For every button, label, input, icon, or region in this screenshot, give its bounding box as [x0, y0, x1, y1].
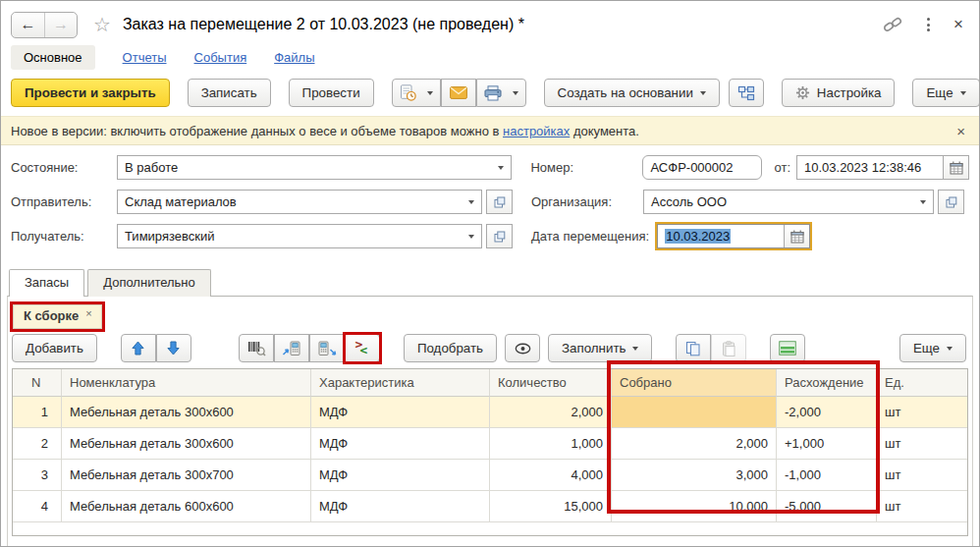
caret-down-icon [498, 166, 504, 170]
related-documents-button[interactable] [729, 79, 764, 107]
move-date-field[interactable]: 10.03.2023 [657, 224, 810, 248]
header-characteristic[interactable]: Характеристика [311, 369, 490, 397]
cell-collected[interactable]: 10,000 [612, 491, 777, 522]
post-and-close-button[interactable]: Провести и закрыть [11, 79, 170, 107]
cell-unit[interactable]: шт [877, 428, 967, 460]
banner-settings-link[interactable]: настройках [503, 124, 570, 138]
tab-files[interactable]: Файлы [274, 50, 314, 65]
sender-dropdown-button[interactable] [461, 191, 481, 213]
cell-characteristic[interactable]: МДФ [311, 428, 490, 460]
cell-characteristic[interactable]: МДФ [311, 460, 490, 491]
cell-unit[interactable]: шт [877, 460, 967, 491]
terminal-upload-button[interactable] [274, 334, 309, 362]
post-document-menu-button[interactable] [392, 79, 441, 107]
fill-button[interactable]: Заполнить [548, 334, 652, 362]
barcode-search-button[interactable] [239, 334, 274, 362]
sender-open-button[interactable] [486, 190, 513, 214]
tab-events[interactable]: События [194, 50, 247, 65]
cell-n[interactable]: 2 [13, 428, 62, 460]
cell-collected[interactable]: 3,000 [612, 460, 777, 491]
state-field[interactable]: В работе [117, 155, 512, 180]
move-row-up-button[interactable] [121, 334, 156, 362]
cell-quantity[interactable]: 4,000 [490, 460, 612, 491]
header-quantity[interactable]: Количество [490, 369, 612, 397]
cell-difference[interactable]: +1,000 [777, 428, 877, 460]
organization-field[interactable]: Ассоль ООО [643, 190, 934, 214]
sender-field[interactable]: Склад материалов [117, 190, 482, 214]
cell-unit[interactable]: шт [877, 397, 967, 428]
cell-quantity[interactable]: 15,000 [490, 491, 612, 522]
structure-icon [737, 85, 755, 101]
print-menu-button[interactable] [476, 79, 526, 107]
compare-collected-button[interactable]: >< [345, 334, 380, 362]
tab-additional[interactable]: Дополнительно [87, 269, 211, 297]
organization-dropdown-button[interactable] [912, 191, 933, 213]
post-button[interactable]: Провести [289, 79, 374, 107]
view-button[interactable] [505, 334, 540, 362]
caret-down-icon [468, 235, 474, 239]
cell-difference[interactable]: -5,000 [777, 491, 877, 522]
cell-n[interactable]: 3 [13, 460, 62, 491]
receiver-dropdown-button[interactable] [461, 225, 481, 247]
document-date-field[interactable]: 10.03.2023 12:38:46 [796, 155, 969, 180]
header-nomenclature[interactable]: Номенклатура [62, 369, 311, 397]
filter-chip-close-icon[interactable]: × [85, 307, 91, 319]
more-menu-icon[interactable] [927, 18, 930, 31]
receiver-field[interactable]: Тимирязевский [117, 224, 482, 248]
cell-difference[interactable]: -1,000 [777, 460, 877, 491]
pick-items-button[interactable]: Подобрать [404, 334, 497, 362]
cell-nomenclature[interactable]: Мебельная деталь 300х700 [62, 460, 311, 491]
state-dropdown-button[interactable] [490, 156, 511, 179]
cell-quantity[interactable]: 1,000 [490, 428, 612, 460]
cell-collected[interactable]: 2,000 [612, 428, 777, 460]
number-field[interactable]: АСФР-000002 [642, 155, 762, 180]
cell-characteristic[interactable]: МДФ [311, 491, 490, 522]
calendar-button[interactable] [943, 156, 968, 179]
add-row-button[interactable]: Добавить [12, 334, 97, 362]
send-email-button[interactable] [441, 79, 476, 107]
move-date-calendar-button[interactable] [784, 225, 809, 247]
favorite-star-icon[interactable]: ☆ [93, 15, 111, 34]
header-difference[interactable]: Расхождение [777, 369, 877, 397]
organization-open-button[interactable] [938, 190, 964, 214]
filter-chip-assembly[interactable]: К сборке × [13, 304, 102, 329]
forward-button[interactable]: → [44, 13, 77, 37]
table-more-button[interactable]: Еще [899, 334, 966, 362]
paste-rows-button[interactable] [711, 334, 746, 362]
tab-reports[interactable]: Отчеты [123, 50, 167, 65]
header-unit[interactable]: Ед. [877, 369, 967, 397]
cell-n[interactable]: 4 [13, 491, 62, 522]
cell-nomenclature[interactable]: Мебельная деталь 300х600 [62, 397, 311, 428]
table-row: 1 Мебельная деталь 300х600 МДФ 2,000 -2,… [13, 397, 967, 428]
copy-rows-button[interactable] [676, 334, 711, 362]
cell-nomenclature[interactable]: Мебельная деталь 600х600 [62, 491, 311, 522]
move-date-value: 10.03.2023 [665, 229, 731, 244]
cell-quantity[interactable]: 2,000 [490, 397, 612, 428]
save-button[interactable]: Записать [188, 79, 271, 107]
tab-main[interactable]: Основное [11, 45, 95, 70]
forward-arrow-icon: → [53, 16, 69, 33]
close-window-icon[interactable]: × [953, 15, 963, 34]
cell-n[interactable]: 1 [13, 397, 62, 428]
back-button[interactable]: ← [12, 13, 44, 37]
organization-label: Организация: [531, 194, 643, 209]
settings-button[interactable]: Настройка [782, 79, 896, 107]
banner-close-icon[interactable]: × [956, 123, 965, 139]
header-n[interactable]: N [13, 369, 62, 397]
receiver-open-button[interactable] [486, 224, 513, 248]
cell-collected[interactable] [612, 397, 777, 428]
cell-unit[interactable]: шт [877, 491, 967, 522]
caret-down-icon [468, 200, 474, 204]
settings-label: Настройка [817, 85, 882, 100]
table-format-button[interactable] [770, 334, 805, 362]
more-button[interactable]: Еще [912, 79, 979, 107]
cell-difference[interactable]: -2,000 [777, 397, 877, 428]
move-row-down-button[interactable] [156, 334, 191, 362]
terminal-download-button[interactable] [309, 334, 345, 362]
link-icon[interactable] [883, 17, 903, 32]
tab-inventory[interactable]: Запасы [9, 269, 84, 297]
header-collected[interactable]: Собрано [612, 369, 777, 397]
create-based-on-button[interactable]: Создать на основании [544, 79, 720, 107]
cell-nomenclature[interactable]: Мебельная деталь 300х600 [62, 428, 311, 460]
cell-characteristic[interactable]: МДФ [311, 397, 490, 428]
